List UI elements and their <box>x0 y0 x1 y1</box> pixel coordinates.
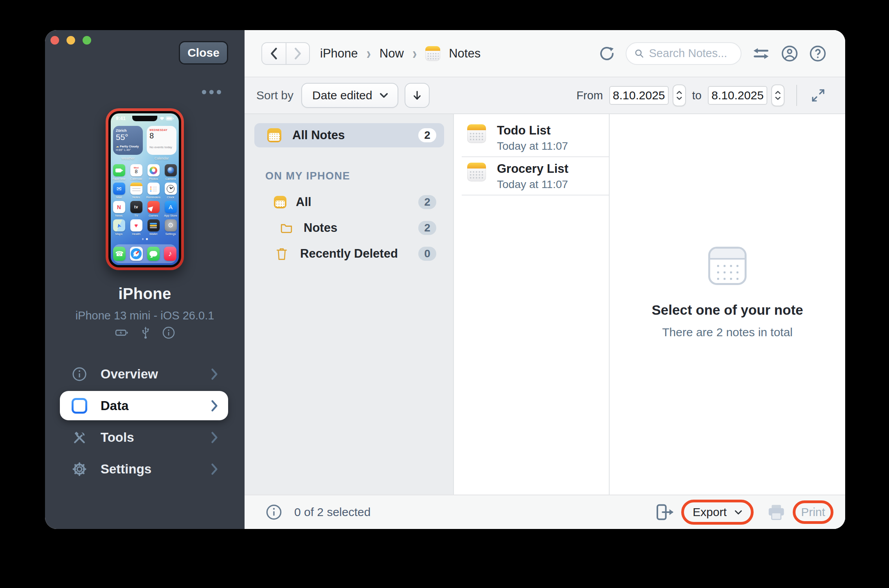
sort-direction-button[interactable] <box>405 83 430 108</box>
note-title: Todo List <box>497 124 568 138</box>
note-icon <box>467 124 486 143</box>
help-button[interactable] <box>809 45 827 63</box>
count-badge: 0 <box>418 247 436 261</box>
note-list-item[interactable]: Todo List Today at 11:07 <box>454 119 609 156</box>
section-header: ON MY IPHONE <box>265 170 453 182</box>
history-nav-buttons <box>261 42 310 65</box>
back-button[interactable] <box>262 43 286 64</box>
health-app-icon <box>130 219 142 231</box>
folder-item-recently-deleted[interactable]: Recently Deleted 0 <box>245 241 453 267</box>
note-title: Grocery List <box>497 162 569 176</box>
expand-icon <box>810 87 827 104</box>
breadcrumb-separator: › <box>412 44 417 63</box>
reminders-app-icon <box>148 183 160 195</box>
export-icon <box>655 503 675 522</box>
to-date-stepper[interactable] <box>771 84 785 106</box>
chevron-right-icon <box>211 431 218 444</box>
export-button[interactable]: Export <box>693 506 742 519</box>
folder-item-notes[interactable]: Notes 2 <box>245 215 453 241</box>
app-window: Close 9:41 Zürich 55 <box>45 30 845 529</box>
sort-by-label: Sort by <box>256 89 293 102</box>
export-annotation-highlight: Export <box>681 500 754 525</box>
traffic-minimize-icon[interactable] <box>67 36 75 45</box>
music-app-dock-icon <box>164 247 176 261</box>
note-icon <box>467 163 486 181</box>
traffic-zoom-icon[interactable] <box>83 36 91 45</box>
folder-item-all[interactable]: All 2 <box>245 189 453 215</box>
wifi-icon <box>159 117 165 120</box>
empty-state-subtitle: There are 2 notes in total <box>662 326 793 339</box>
phone-status-time: 9:41 <box>116 116 126 121</box>
clock-app-icon <box>165 183 177 195</box>
from-label: From <box>576 89 603 102</box>
print-icon <box>767 504 786 521</box>
folder-item-all-notes[interactable]: All Notes 2 <box>254 123 444 147</box>
notes-grid-icon <box>274 196 286 208</box>
to-date-field[interactable]: 8.10.2025 <box>708 86 767 105</box>
device-name: iPhone <box>45 285 245 303</box>
games-app-icon <box>148 201 160 213</box>
chevron-down-icon <box>380 93 388 98</box>
usb-icon <box>140 326 151 339</box>
from-date-stepper[interactable] <box>673 84 686 106</box>
refresh-button[interactable] <box>598 45 615 62</box>
tv-app-icon <box>130 201 142 213</box>
selection-info-icon[interactable] <box>265 504 283 521</box>
traffic-close-icon[interactable] <box>50 36 59 45</box>
phone-screen: 9:41 Zürich 55° Partly Cloudy H:65° L:49… <box>111 113 179 265</box>
arrow-down-icon <box>411 90 423 101</box>
breadcrumb-section[interactable]: Now <box>380 47 404 61</box>
data-app-icon <box>72 398 87 414</box>
search-field[interactable] <box>626 42 741 65</box>
facetime-app-icon <box>113 164 125 176</box>
camera-app-icon <box>165 164 177 176</box>
phone-notch <box>132 116 157 121</box>
breadcrumb-page[interactable]: Notes <box>449 47 480 61</box>
account-button[interactable] <box>781 45 799 63</box>
device-preview-image: 9:41 Zürich 55° Partly Cloudy H:65° L:49… <box>106 108 184 270</box>
chevron-left-icon <box>270 47 278 60</box>
safari-app-dock-icon <box>130 247 142 261</box>
mail-app-icon <box>113 183 125 195</box>
print-button[interactable]: Print <box>801 506 825 519</box>
breadcrumb: iPhone › Now › Notes <box>320 46 480 61</box>
empty-state-title: Select one of your note <box>652 302 803 318</box>
filter-toolbar: Sort by Date edited From 8.10.2025 to 8.… <box>245 77 845 114</box>
calendar-widget-label: Calendar <box>147 156 176 160</box>
folder-icon <box>280 221 293 235</box>
close-button[interactable]: Close <box>179 41 228 65</box>
weather-widget-label: Weather <box>113 156 143 160</box>
photos-app-icon <box>148 164 160 176</box>
maps-app-icon <box>113 219 125 231</box>
notes-page-icon <box>425 46 440 61</box>
sidebar-item-data[interactable]: Data <box>60 391 228 420</box>
to-label: to <box>692 89 702 102</box>
toolbar-divider <box>796 85 797 106</box>
chevron-right-icon <box>211 463 218 475</box>
info-circle-icon <box>72 366 87 382</box>
device-info-icon[interactable] <box>162 326 176 340</box>
from-date-field[interactable]: 8.10.2025 <box>609 86 669 105</box>
sidebar-item-settings[interactable]: Settings <box>60 454 228 484</box>
wallet-app-icon <box>148 219 160 231</box>
sidebar-item-tools[interactable]: Tools <box>60 423 228 452</box>
date-range-filter: From 8.10.2025 to 8.10.2025 <box>576 84 785 106</box>
messages-app-dock-icon <box>147 247 160 261</box>
battery-charging-icon <box>114 326 130 339</box>
phone-dock <box>113 244 176 263</box>
gear-icon <box>72 461 87 477</box>
forward-button[interactable] <box>286 43 309 64</box>
expand-view-button[interactable] <box>810 87 827 104</box>
weather-widget: Zürich 55° Partly Cloudy H:65° L:49° <box>113 126 143 155</box>
more-options-icon[interactable] <box>199 87 224 97</box>
tools-icon <box>72 430 87 445</box>
phone-app-dock-icon <box>113 247 126 261</box>
search-input[interactable] <box>649 47 733 60</box>
main-panel: iPhone › Now › Notes <box>245 30 845 529</box>
note-list-item[interactable]: Grocery List Today at 11:07 <box>454 157 609 195</box>
sort-dropdown[interactable]: Date edited <box>301 83 398 108</box>
transfer-button[interactable] <box>752 46 770 61</box>
breadcrumb-device[interactable]: iPhone <box>320 47 358 61</box>
sidebar-item-overview[interactable]: Overview <box>60 359 228 389</box>
status-bar: 0 of 2 selected Export Print <box>245 495 845 529</box>
